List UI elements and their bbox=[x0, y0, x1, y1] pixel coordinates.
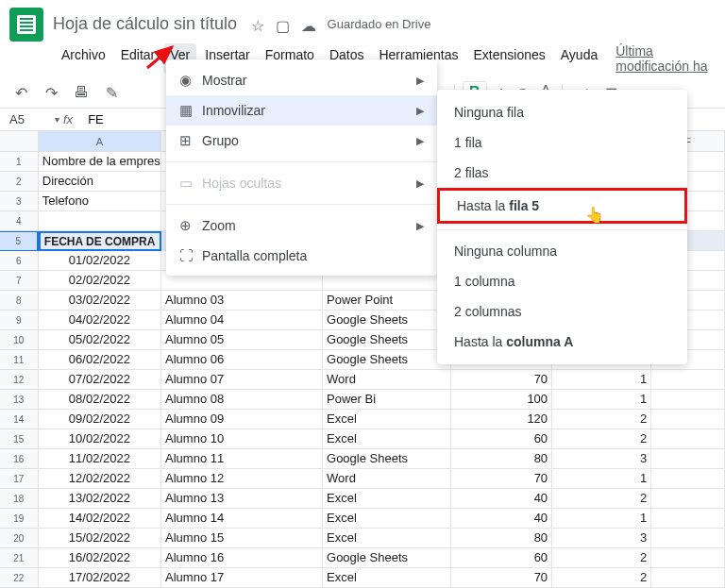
cell[interactable]: 80 bbox=[451, 449, 552, 469]
cell[interactable] bbox=[651, 529, 725, 548]
menu-item-mostrar[interactable]: ◉Mostrar▶ bbox=[166, 65, 437, 95]
cell[interactable]: Excel bbox=[323, 429, 451, 449]
menu-extensiones[interactable]: Extensiones bbox=[466, 43, 551, 74]
row-header[interactable]: 8 bbox=[0, 291, 39, 311]
row-header[interactable]: 2 bbox=[0, 172, 39, 192]
menu-item-zoom[interactable]: ⊕Zoom▶ bbox=[166, 210, 437, 241]
cell[interactable]: Alumno 05 bbox=[161, 330, 323, 350]
row-header[interactable]: 5 bbox=[0, 231, 39, 251]
menu-item-inmovilizar[interactable]: ▦Inmovilizar▶ bbox=[166, 95, 437, 126]
cell[interactable]: 07/02/2022 bbox=[39, 370, 161, 390]
row-header[interactable]: 19 bbox=[0, 509, 39, 529]
freeze-up-to-row-5[interactable]: Hasta la fila 5 bbox=[437, 188, 687, 224]
row-header[interactable]: 21 bbox=[0, 548, 39, 568]
cell[interactable] bbox=[651, 548, 725, 568]
row-header[interactable]: 22 bbox=[0, 568, 39, 588]
cell[interactable] bbox=[651, 489, 725, 509]
row-header[interactable]: 9 bbox=[0, 311, 39, 330]
move-icon[interactable]: ▢ bbox=[276, 17, 290, 35]
cell[interactable]: 10/02/2022 bbox=[39, 429, 161, 449]
cell[interactable]: 05/02/2022 bbox=[39, 330, 161, 350]
cell[interactable]: 40 bbox=[451, 489, 552, 509]
cell[interactable]: Excel bbox=[323, 509, 451, 529]
cell[interactable]: Alumno 07 bbox=[161, 370, 323, 390]
cell[interactable]: 08/02/2022 bbox=[39, 390, 161, 410]
cell[interactable]: 12/02/2022 bbox=[39, 469, 161, 489]
sheets-logo[interactable] bbox=[9, 8, 43, 42]
cell[interactable]: Google Sheets bbox=[323, 330, 451, 350]
cell[interactable]: 2 bbox=[552, 429, 651, 449]
cell[interactable]: Nombre de la empres bbox=[39, 152, 161, 172]
cell[interactable]: Excel bbox=[323, 568, 451, 588]
cell[interactable] bbox=[651, 370, 725, 390]
cell[interactable]: Alumno 04 bbox=[161, 311, 323, 330]
star-icon[interactable]: ☆ bbox=[251, 17, 264, 35]
cell[interactable]: 01/02/2022 bbox=[39, 251, 161, 271]
cell[interactable]: Power Bi bbox=[323, 390, 451, 410]
column-header-a[interactable]: A bbox=[39, 131, 161, 152]
cell[interactable]: Alumno 13 bbox=[161, 489, 323, 509]
cell[interactable]: 1 bbox=[552, 469, 651, 489]
cell[interactable] bbox=[651, 568, 725, 588]
formula-bar[interactable]: FE bbox=[88, 112, 104, 126]
cell[interactable]: 1 bbox=[552, 390, 651, 410]
freeze-no-cols[interactable]: Ninguna columna bbox=[437, 236, 687, 266]
cell[interactable]: Power Point bbox=[323, 291, 451, 311]
row-header[interactable]: 4 bbox=[0, 211, 39, 231]
cell[interactable]: Word bbox=[323, 469, 451, 489]
cell[interactable]: Alumno 08 bbox=[161, 390, 323, 410]
cell[interactable]: FECHA DE COMPRA bbox=[39, 231, 161, 251]
row-header[interactable]: 18 bbox=[0, 489, 39, 509]
cell[interactable]: 06/02/2022 bbox=[39, 350, 161, 370]
freeze-1-row[interactable]: 1 fila bbox=[437, 127, 687, 158]
cell[interactable]: Alumno 17 bbox=[161, 568, 323, 588]
row-header[interactable]: 12 bbox=[0, 370, 39, 390]
freeze-up-to-col-a[interactable]: Hasta la columna A bbox=[437, 327, 687, 357]
cell[interactable]: 60 bbox=[451, 548, 552, 568]
cell[interactable] bbox=[651, 390, 725, 410]
cell[interactable]: 15/02/2022 bbox=[39, 529, 161, 548]
cell[interactable]: 11/02/2022 bbox=[39, 449, 161, 469]
cell[interactable]: 1 bbox=[552, 370, 651, 390]
row-header[interactable]: 6 bbox=[0, 251, 39, 271]
cell[interactable]: 13/02/2022 bbox=[39, 489, 161, 509]
cell[interactable]: Alumno 15 bbox=[161, 529, 323, 548]
cell[interactable]: 09/02/2022 bbox=[39, 410, 161, 429]
cell[interactable]: 2 bbox=[552, 568, 651, 588]
cell[interactable]: 03/02/2022 bbox=[39, 291, 161, 311]
cell[interactable]: 80 bbox=[451, 529, 552, 548]
cell[interactable]: Excel bbox=[323, 489, 451, 509]
cell[interactable]: Google Sheets bbox=[323, 311, 451, 330]
cell[interactable]: 100 bbox=[451, 390, 552, 410]
cell[interactable]: Excel bbox=[323, 529, 451, 548]
cell[interactable]: Google Sheets bbox=[323, 449, 451, 469]
menu-archivo[interactable]: Archivo bbox=[55, 43, 112, 74]
cell[interactable]: Alumno 10 bbox=[161, 429, 323, 449]
paint-format-icon[interactable]: ✎ bbox=[100, 81, 123, 104]
freeze-2-cols[interactable]: 2 columnas bbox=[437, 296, 687, 327]
cell[interactable]: Alumno 16 bbox=[161, 548, 323, 568]
cell[interactable]: 2 bbox=[552, 489, 651, 509]
cell[interactable]: 02/02/2022 bbox=[39, 271, 161, 291]
cell[interactable]: Dirección bbox=[39, 172, 161, 192]
cell[interactable]: 70 bbox=[451, 370, 552, 390]
row-header[interactable]: 14 bbox=[0, 410, 39, 429]
cell[interactable]: 14/02/2022 bbox=[39, 509, 161, 529]
cell[interactable]: 16/02/2022 bbox=[39, 548, 161, 568]
cell[interactable]: 3 bbox=[552, 529, 651, 548]
row-header[interactable]: 13 bbox=[0, 390, 39, 410]
document-title[interactable]: Hoja de cálculo sin título bbox=[53, 14, 237, 34]
cell[interactable] bbox=[651, 469, 725, 489]
cell[interactable]: Excel bbox=[323, 410, 451, 429]
freeze-no-rows[interactable]: Ninguna fila bbox=[437, 97, 687, 127]
cell[interactable]: 70 bbox=[451, 469, 552, 489]
cell[interactable]: Alumno 09 bbox=[161, 410, 323, 429]
row-header[interactable]: 7 bbox=[0, 271, 39, 291]
cell[interactable]: 40 bbox=[451, 509, 552, 529]
cell[interactable] bbox=[651, 429, 725, 449]
cell[interactable]: Alumno 11 bbox=[161, 449, 323, 469]
menu-item-grupo[interactable]: ⊞Grupo▶ bbox=[166, 126, 437, 156]
cell[interactable]: Alumno 14 bbox=[161, 509, 323, 529]
cell[interactable]: Telefono bbox=[39, 192, 161, 211]
cell[interactable]: 04/02/2022 bbox=[39, 311, 161, 330]
